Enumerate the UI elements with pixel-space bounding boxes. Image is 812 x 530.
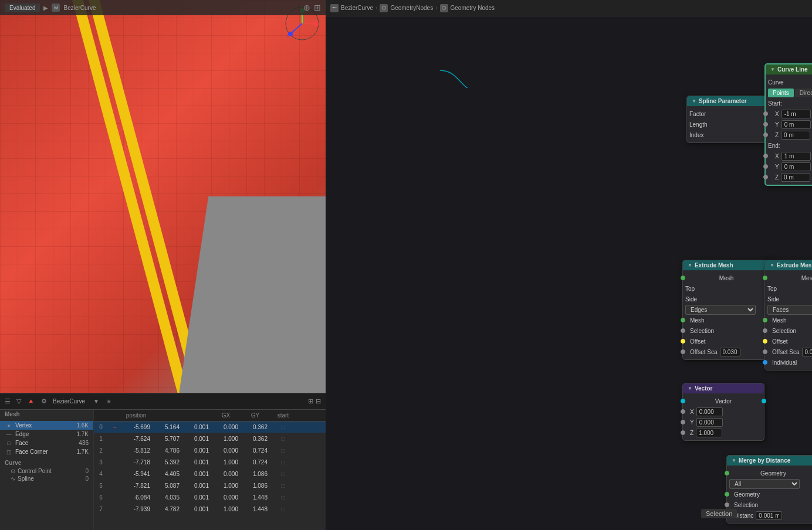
node-row-start-y: Y (766, 119, 812, 130)
spline-label: Spline (18, 475, 34, 482)
curve-control-point[interactable]: ⊙ Control Point 0 (0, 467, 93, 475)
node-row-end-y: Y (766, 161, 812, 172)
col-start: start (270, 411, 296, 420)
node-editor[interactable]: 〜 BezierCurve › ⬡ GeometryNodes › ⬡ Geom… (326, 0, 812, 530)
svg-point-7 (313, 21, 317, 26)
node-row-offset-in1: Offset (683, 336, 770, 346)
cp-icon: ⊙ (11, 468, 15, 474)
input-dist-merge2[interactable] (756, 511, 782, 520)
collapse-sp-top[interactable]: ▼ (692, 98, 696, 104)
table-row[interactable]: 0 → -5.699 5.164 0.001 0.000 0.362 □ (94, 422, 326, 433)
table-row[interactable]: 3 -7.718 5.392 0.001 1.000 0.724 □ (94, 457, 326, 468)
points-btn[interactable]: Points (768, 89, 794, 97)
mesh-stats-list: ● Vertex 1.6K — Edge 1.7K □ Face 436 (0, 419, 93, 458)
data-table: position GX GY start 0 → -5.699 5.164 0.… (94, 410, 326, 530)
node-row-mode-ex2: Faces Edges Vertices (765, 304, 812, 315)
viewport-mode-dropdown[interactable]: Evaluated (5, 4, 40, 12)
table-row[interactable]: 7 -7.939 4.782 0.001 1.000 1.448 □ (94, 504, 326, 515)
vertex-icon: ● (5, 423, 13, 429)
curve-spline[interactable]: ∿ Spline 0 (0, 475, 93, 483)
bc-item-bezier[interactable]: BezierCurve (341, 5, 373, 11)
viewport-3d[interactable]: X Y Z Evaluated ▶ M BezierCurve ⊕ ⊞ (0, 0, 326, 393)
input-offset-sca2[interactable] (802, 348, 812, 356)
collapse-ex2[interactable]: ▼ (770, 263, 774, 268)
table-row[interactable]: 6 -6.084 4.035 0.001 0.000 1.448 □ (94, 492, 326, 504)
node-row-offset-in2: Offset (765, 336, 812, 346)
edge-label: Edge (15, 431, 76, 437)
stat-edge[interactable]: — Edge 1.7K (0, 430, 93, 439)
label-top-ex1: Top (685, 286, 695, 292)
node-header-vector: ▼ Vector (683, 383, 764, 393)
input-end-x[interactable] (781, 152, 811, 161)
socket-start-y (763, 122, 768, 127)
mode-select-ex1[interactable]: Edges Faces Vertices (685, 305, 756, 315)
label-mesh-ex2: Mesh (801, 275, 812, 281)
node-row-vec-z: Z (683, 427, 764, 438)
node-row-offset-sca2: Offset Sca (765, 346, 812, 357)
socket-geo-merge2-in (725, 471, 729, 475)
node-row-vec-y: Y (683, 417, 764, 427)
mode-select-merge2[interactable]: All (729, 479, 800, 489)
collapse-ex1[interactable]: ▼ (688, 263, 692, 268)
node-body-extrude1: Mesh Top Side Edges Faces Vertices (683, 270, 770, 359)
col-cb (296, 411, 308, 420)
collapse-m2[interactable]: ▼ (732, 458, 736, 463)
viewport-header: Evaluated ▶ M BezierCurve ⊕ ⊞ (0, 0, 326, 15)
node-curve-line[interactable]: ▼ Curve Line Curve Points Direction Star… (764, 63, 812, 186)
input-start-x[interactable] (781, 110, 811, 118)
node-extrude-mesh-2[interactable]: ▼ Extrude Mesh Mesh Top Side (764, 260, 812, 371)
svg-point-9 (288, 32, 293, 36)
viewport-object-name: BezierCurve (63, 5, 96, 11)
input-end-z[interactable] (781, 173, 810, 182)
input-end-y[interactable] (781, 162, 811, 171)
face-corner-icon: ◫ (5, 449, 13, 455)
table-row[interactable]: 1 -7.624 5.707 0.001 1.000 0.362 □ (94, 433, 326, 445)
table-row[interactable]: 5 -7.821 5.087 0.001 1.000 1.086 □ (94, 480, 326, 492)
node-canvas[interactable]: ▼ Set Material Inverted Geometry Selecti… (326, 16, 812, 530)
geonodes2-icon: ⬡ (440, 4, 448, 12)
node-title-spline-top: Spline Parameter (699, 98, 747, 104)
spline-icon: ∿ (11, 475, 15, 482)
face-corner-label: Face Corner (15, 449, 76, 455)
bc-item-geonodes2[interactable]: Geometry Nodes (451, 5, 495, 11)
col-idx (94, 411, 108, 420)
node-row-top-out1: Top (683, 283, 770, 294)
mode-select-ex2[interactable]: Faces Edges Vertices (767, 305, 812, 315)
filter2-icon[interactable]: ⊟ (316, 398, 321, 405)
node-extrude-mesh-1[interactable]: ▼ Extrude Mesh Mesh Top Side (682, 260, 770, 360)
curve-section-label: Curve (0, 458, 93, 467)
socket-offset-sca-in2 (763, 349, 767, 354)
filter-icon[interactable]: ⊞ (308, 398, 313, 405)
input-offset-sca1[interactable] (720, 348, 740, 356)
table-row[interactable]: 4 -5.941 4.405 0.001 0.000 1.086 □ (94, 468, 326, 480)
input-vec-z[interactable] (696, 429, 722, 437)
input-vec-y[interactable] (696, 418, 723, 427)
input-vec-x[interactable] (696, 407, 723, 416)
node-row-vec-out: Vector (683, 396, 764, 406)
label-offset-sca2: Offset Sca (772, 349, 800, 355)
node-vector[interactable]: ▼ Vector Vector X Y (682, 383, 764, 441)
node-spline-param-top[interactable]: ▼ Spline Parameter Factor Length Index (686, 96, 769, 143)
input-start-z[interactable] (781, 131, 810, 140)
collapse-cl[interactable]: ▼ (770, 67, 775, 72)
stat-face-corner[interactable]: ◫ Face Corner 1.7K (0, 447, 93, 456)
node-row-end-z: Z (766, 172, 812, 182)
node-title-merge2: Merge by Distance (739, 457, 790, 464)
stat-face[interactable]: □ Face 436 (0, 439, 93, 447)
node-row-sel-in2: Selection (765, 325, 812, 336)
stat-vertex[interactable]: ● Vertex 1.6K (0, 421, 93, 430)
socket-offset-in2 (763, 339, 767, 344)
node-merge-dist-2[interactable]: ▼ Merge by Distance Geometry All (726, 455, 812, 524)
socket-end-x (763, 154, 768, 158)
cp-count: 0 (85, 468, 89, 474)
table-row[interactable]: 2 -5.812 4.786 0.001 0.000 0.724 □ (94, 445, 326, 457)
direction-btn[interactable]: Direction (795, 89, 812, 97)
col-gy: GY (241, 411, 270, 420)
bc-item-geonodes[interactable]: GeometryNodes (390, 5, 433, 11)
label-geo-merge2-in2: Geometry (734, 491, 760, 498)
node-breadcrumb: 〜 BezierCurve › ⬡ GeometryNodes › ⬡ Geom… (326, 0, 812, 16)
label-end: End: (768, 142, 780, 149)
label-vec-y: Y (690, 419, 694, 426)
input-start-y[interactable] (781, 120, 811, 129)
collapse-vec[interactable]: ▼ (688, 386, 692, 391)
